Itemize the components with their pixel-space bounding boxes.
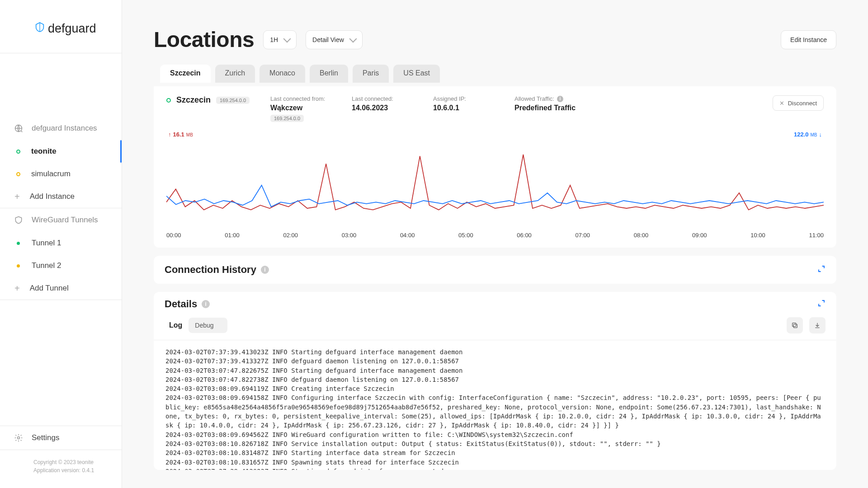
timerange-select[interactable]: 1H xyxy=(263,30,297,49)
plus-icon: + xyxy=(14,284,20,293)
nav-instances-section: defguard Instances teonitesimulacrum + A… xyxy=(0,53,122,208)
status-dot-icon xyxy=(166,98,171,103)
x-tick-label: 05:00 xyxy=(458,232,473,239)
disconnect-button[interactable]: ✕ Disconnect xyxy=(773,95,824,111)
last-conn-col: Last connected: 14.06.2023 xyxy=(352,95,420,112)
expand-icon[interactable] xyxy=(817,299,826,309)
nav-tunnels-section: WireGuard Tunnels Tunnel 1Tunnel 2 + Add… xyxy=(0,208,122,300)
log-label: Log xyxy=(169,321,182,329)
x-tick-label: 09:00 xyxy=(692,232,707,239)
last-from-col: Last connected from: Wąkczew 169.254.0.0 xyxy=(270,95,338,122)
sidebar-item-instance[interactable]: teonite xyxy=(0,140,122,163)
gear-icon xyxy=(14,433,24,443)
connection-history-card: Connection History i xyxy=(154,256,836,284)
tab-location[interactable]: Paris xyxy=(353,65,389,83)
log-toolbar: Log Debug xyxy=(154,313,836,340)
location-name-block: Szczecin 169.254.0.0 xyxy=(166,95,257,105)
brand-logo: defguard xyxy=(0,0,122,53)
x-tick-label: 02:00 xyxy=(283,232,298,239)
last-from-ip-pill: 169.254.0.0 xyxy=(270,115,304,122)
expand-icon[interactable] xyxy=(817,265,826,275)
log-output[interactable]: 2024-03-02T07:37:39.413023Z INFO Startin… xyxy=(154,340,836,470)
close-icon: ✕ xyxy=(779,100,784,107)
location-tabs: SzczecinZurichMonacoBerlinParisUS East xyxy=(154,65,836,83)
info-icon[interactable]: i xyxy=(261,266,269,274)
chevron-down-icon xyxy=(349,35,357,42)
copy-log-button[interactable] xyxy=(787,317,803,333)
svg-rect-3 xyxy=(793,323,796,327)
status-dot-icon xyxy=(17,242,20,245)
sidebar-item-settings[interactable]: Settings xyxy=(0,426,122,450)
brand-text: defguard xyxy=(48,22,96,36)
sidebar-item-tunnel[interactable]: Tunnel 1 xyxy=(0,232,122,254)
chart-x-axis: 00:0001:0002:0003:0004:0005:0006:0007:00… xyxy=(166,230,824,239)
add-tunnel-button[interactable]: + Add Tunnel xyxy=(0,277,122,300)
info-icon[interactable]: i xyxy=(557,96,563,102)
arrow-up-icon: ↑ xyxy=(168,131,171,138)
page-title: Locations xyxy=(154,27,254,52)
x-tick-label: 00:00 xyxy=(166,232,181,239)
upload-stat: ↑ 16.1 MB xyxy=(168,131,193,138)
info-icon[interactable]: i xyxy=(202,300,210,308)
details-title: Details xyxy=(165,298,197,310)
allowed-traffic-col: Allowed Traffic: i Predefined Traffic xyxy=(514,95,582,112)
main-content: Locations 1H Detail View Edit Instance S… xyxy=(122,0,868,488)
x-tick-label: 07:00 xyxy=(576,232,590,239)
chevron-down-icon xyxy=(283,35,291,42)
sidebar: defguard defguard Instances teonitesimul… xyxy=(0,0,122,488)
tab-location[interactable]: Berlin xyxy=(310,65,348,83)
sidebar-footer: Copyright © 2023 teonite Application ver… xyxy=(0,450,122,488)
tab-location[interactable]: Zurich xyxy=(215,65,255,83)
x-tick-label: 08:00 xyxy=(634,232,649,239)
arrow-down-icon: ↓ xyxy=(819,131,822,138)
logo-icon xyxy=(35,22,44,36)
nav-tunnels-header: WireGuard Tunnels xyxy=(0,208,122,232)
x-tick-label: 11:00 xyxy=(809,232,824,239)
location-ip-pill: 169.254.0.0 xyxy=(216,97,250,104)
x-tick-label: 06:00 xyxy=(517,232,532,239)
log-level-select[interactable]: Debug xyxy=(189,318,227,333)
location-name: Szczecin xyxy=(176,95,211,105)
tab-location[interactable]: Szczecin xyxy=(160,65,211,83)
status-dot-icon xyxy=(16,172,20,176)
viewmode-select[interactable]: Detail View xyxy=(306,30,363,49)
tab-location[interactable]: Monaco xyxy=(259,65,305,83)
globe-icon xyxy=(14,123,24,133)
sidebar-item-tunnel[interactable]: Tunnel 2 xyxy=(0,254,122,277)
edit-instance-button[interactable]: Edit Instance xyxy=(781,30,836,49)
traffic-legend: ↑ 16.1 MB 122.0 MB ↓ xyxy=(166,131,824,138)
traffic-chart xyxy=(166,147,824,224)
tab-location[interactable]: US East xyxy=(393,65,440,83)
connection-history-title: Connection History xyxy=(165,264,256,276)
x-tick-label: 10:00 xyxy=(750,232,765,239)
x-tick-label: 04:00 xyxy=(400,232,415,239)
shield-icon xyxy=(14,215,24,225)
download-log-button[interactable] xyxy=(809,317,826,333)
sidebar-item-instance[interactable]: simulacrum xyxy=(0,163,122,185)
location-card: Szczecin 169.254.0.0 Last connected from… xyxy=(154,86,836,248)
add-instance-button[interactable]: + Add Instance xyxy=(0,185,122,208)
status-dot-icon xyxy=(16,150,20,154)
nav-settings-section: Settings xyxy=(0,426,122,450)
assigned-ip-col: Assigned IP: 10.6.0.1 xyxy=(433,95,501,112)
download-stat: 122.0 MB ↓ xyxy=(794,131,822,138)
status-dot-icon xyxy=(17,264,20,267)
svg-rect-2 xyxy=(793,324,797,328)
x-tick-label: 01:00 xyxy=(225,232,240,239)
details-card: Details i Log Debug 20 xyxy=(154,292,836,470)
page-header: Locations 1H Detail View Edit Instance xyxy=(154,27,836,52)
nav-instances-header: defguard Instances xyxy=(0,117,122,140)
plus-icon: + xyxy=(14,192,20,201)
svg-point-1 xyxy=(18,437,20,439)
x-tick-label: 03:00 xyxy=(342,232,357,239)
